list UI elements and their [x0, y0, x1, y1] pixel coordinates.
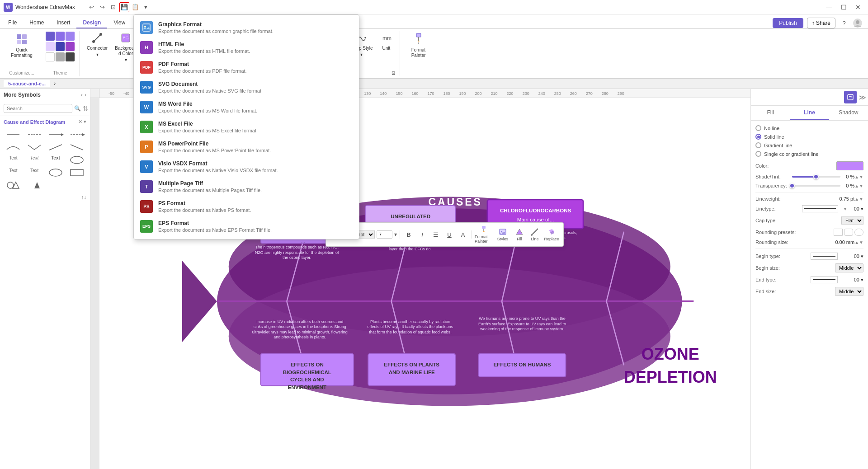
menu-item-word[interactable]: W MS Word File Export the document as MS… — [134, 97, 359, 117]
replace-button[interactable]: Replace — [543, 225, 560, 244]
transparency-down[interactable]: ▼ — [859, 183, 863, 188]
styles-button[interactable]: Aa Styles — [495, 225, 511, 244]
begin-type-box[interactable] — [811, 253, 838, 260]
search-input[interactable] — [4, 104, 72, 113]
theme-swatch-4[interactable] — [46, 42, 55, 51]
symbol-line-2[interactable] — [25, 129, 44, 140]
symbol-curve-2[interactable] — [25, 142, 44, 153]
gradient-line-radio[interactable] — [755, 142, 761, 148]
begin-size-select[interactable]: Middle — [835, 263, 863, 272]
sort-button[interactable]: ⇅ — [83, 105, 88, 112]
lineweight-down[interactable]: ▼ — [859, 197, 863, 202]
rounding-size-down[interactable]: ▼ — [859, 240, 863, 245]
redo-button[interactable]: ↪ — [98, 2, 108, 12]
symbol-text-5[interactable]: Text — [4, 167, 23, 178]
theme-swatch-3[interactable] — [66, 32, 75, 41]
symbol-text-2[interactable]: Text — [25, 155, 44, 165]
right-panel-expand[interactable]: ≫ — [859, 93, 866, 102]
solid-line-option[interactable]: Solid line — [755, 134, 863, 140]
user-avatar[interactable] — [853, 18, 863, 28]
theme-swatch-8[interactable] — [56, 52, 65, 61]
symbol-curve[interactable] — [4, 142, 23, 153]
underline-button[interactable]: U — [443, 229, 455, 240]
theme-swatch-2[interactable] — [56, 32, 65, 41]
line-button[interactable]: Line — [528, 225, 542, 244]
shade-tint-slider[interactable] — [792, 176, 840, 178]
tab-home[interactable]: Home — [23, 18, 50, 28]
single-gradient-radio[interactable] — [755, 151, 761, 157]
section-expand[interactable]: ▾ — [84, 119, 86, 125]
doc-tab-active[interactable]: 5-cause-and-e... — [4, 80, 50, 87]
gradient-line-option[interactable]: Gradient line — [755, 142, 863, 148]
tab-fill[interactable]: Fill — [751, 106, 790, 120]
menu-item-graphics[interactable]: Graphics Format Export the document as c… — [134, 18, 359, 38]
rounding-size-up[interactable]: ▲ — [854, 240, 859, 245]
tab-insert[interactable]: Insert — [50, 18, 76, 28]
symbol-diagonal-2[interactable] — [67, 142, 86, 153]
menu-item-eps[interactable]: EPS EPS Format Export the document as Na… — [134, 216, 359, 236]
rounding-preset-1[interactable] — [834, 229, 843, 236]
search-icon[interactable]: 🔍 — [74, 105, 81, 112]
quickaccess-dropdown[interactable]: ▾ — [141, 2, 151, 12]
right-panel-icon-1[interactable] — [844, 91, 857, 103]
italic-button[interactable]: I — [416, 229, 428, 240]
maximize-button[interactable]: ☐ — [837, 1, 850, 14]
menu-item-tiff[interactable]: T Multiple Page Tiff Export the document… — [134, 177, 359, 197]
cap-type-select[interactable]: Flat — [841, 216, 863, 225]
no-line-option[interactable]: No line — [755, 125, 863, 131]
symbol-line-3[interactable] — [46, 129, 66, 140]
share-button[interactable]: ↑ Share — [807, 18, 835, 28]
tab-line[interactable]: Line — [790, 106, 829, 120]
menu-item-ps[interactable]: PS PS Format Export the document as Nati… — [134, 197, 359, 216]
align-button[interactable]: ☰ — [430, 229, 442, 240]
lineweight-up[interactable]: ▲ — [854, 197, 859, 202]
connector-button[interactable]: Connector ▾ — [84, 31, 110, 59]
rounding-preset-3[interactable] — [854, 229, 863, 236]
symbol-text-3[interactable]: Text — [46, 155, 66, 165]
format-painter-toolbar-button[interactable]: Format Painter — [475, 225, 493, 244]
save-button[interactable]: 💾 — [119, 2, 129, 12]
symbol-rect[interactable] — [67, 167, 86, 178]
solid-line-radio[interactable] — [755, 134, 761, 140]
quick-formatting-button[interactable]: Quick Formatting — [7, 31, 36, 60]
publish-button[interactable]: Publish — [773, 18, 803, 28]
symbol-shapes-1[interactable] — [4, 180, 23, 191]
expand-sidebar-button[interactable]: › — [85, 92, 86, 98]
font-size-dropdown[interactable]: ▾ — [394, 231, 397, 238]
minimize-button[interactable]: — — [823, 1, 835, 14]
shade-tint-up[interactable]: ▲ — [854, 174, 859, 179]
help-button[interactable]: ? — [839, 18, 849, 28]
theme-swatch-1[interactable] — [46, 32, 55, 41]
rounding-preset-2[interactable] — [844, 229, 853, 236]
tab-design[interactable]: Design — [76, 18, 107, 28]
tab-view[interactable]: View — [107, 18, 132, 28]
menu-item-powerpoint[interactable]: P MS PowerPoint File Export the document… — [134, 137, 359, 157]
end-size-select[interactable]: Middle — [835, 287, 863, 296]
section-close[interactable]: ✕ — [78, 119, 82, 125]
symbol-line-4[interactable] — [67, 129, 86, 140]
end-type-box[interactable] — [811, 276, 838, 283]
symbol-text-4[interactable] — [67, 155, 86, 165]
transparency-slider[interactable] — [792, 185, 840, 187]
color-picker[interactable] — [836, 161, 863, 170]
linetype-select[interactable] — [802, 205, 838, 212]
close-button[interactable]: ✕ — [852, 1, 864, 14]
symbol-text-1[interactable]: Text — [4, 155, 23, 165]
theme-swatch-9[interactable] — [66, 52, 75, 61]
single-gradient-option[interactable]: Single color gradient line — [755, 151, 863, 157]
theme-swatch-6[interactable] — [66, 42, 75, 51]
tab-shadow[interactable]: Shadow — [829, 106, 868, 120]
shade-tint-down[interactable]: ▼ — [859, 174, 863, 179]
no-line-radio[interactable] — [755, 125, 761, 131]
linetype-dropdown[interactable]: ▾ — [844, 206, 846, 211]
maximize-window-button[interactable]: ⊡ — [108, 2, 118, 12]
pagesetup-expand[interactable]: ⊡ — [391, 70, 396, 76]
symbol-text-6[interactable]: Text — [25, 167, 44, 178]
symbol-line-1[interactable] — [4, 129, 23, 140]
theme-swatch-7[interactable] — [46, 52, 55, 61]
fill-button[interactable]: Fill — [513, 225, 526, 244]
tab-file[interactable]: File — [2, 18, 23, 28]
theme-swatch-5[interactable] — [56, 42, 65, 51]
symbol-ellipse[interactable] — [46, 167, 66, 178]
menu-item-pdf[interactable]: PDF PDF Format Export the document as PD… — [134, 57, 359, 77]
